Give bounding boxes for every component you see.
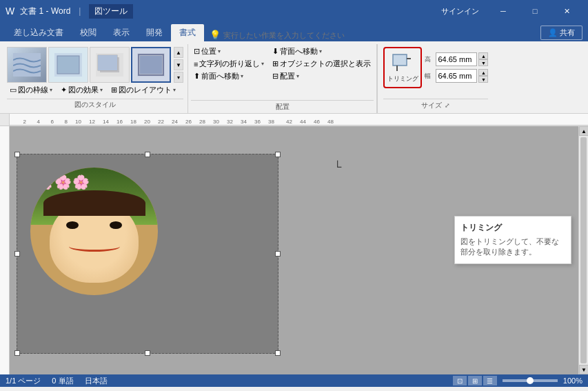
title-bar-right: サインイン ─ □ ✕: [436, 0, 582, 22]
figure-style-thumbnails: [7, 47, 171, 83]
handle-middle-left[interactable]: [14, 251, 20, 257]
style-2-icon: [54, 52, 82, 77]
effect-icon: ✦: [61, 86, 67, 94]
size-label: サイズ ⤢: [383, 99, 488, 110]
close-button[interactable]: ✕: [551, 0, 582, 22]
effect-btn[interactable]: ✦ 図の効果 ▾: [58, 84, 105, 96]
tooltip: トリミング 図をトリミングして、不要な部分を取り除きます。: [454, 216, 571, 264]
zoom-level: 100%: [563, 377, 582, 385]
tab-format[interactable]: 書式: [171, 24, 204, 41]
ruler-corner: [0, 114, 10, 126]
wrap-text-btn[interactable]: ≡ 文字列の折り返し ▾: [191, 58, 267, 70]
border-btn[interactable]: ▭ 図の枠線 ▾: [7, 84, 55, 96]
document-image-container[interactable]: 🌸🌸🌸: [17, 154, 278, 354]
trim-button[interactable]: トリミング: [383, 47, 422, 88]
align-chevron: ▾: [296, 73, 299, 79]
arrange-col-1: ⊡ 位置 ▾ ≡ 文字列の折り返し ▾ ⬆ 前面へ移動 ▾: [191, 46, 267, 100]
wrap-icon: ≡: [194, 60, 198, 68]
height-spinner: ▲ ▼: [478, 52, 488, 66]
handle-middle-right[interactable]: [275, 251, 281, 257]
bring-forward-btn[interactable]: ⬆ 前面へ移動 ▾: [191, 70, 267, 82]
status-bar: 1/1 ページ 0 単語 日本語 ⊡ ⊞ ☰ 100%: [0, 374, 588, 387]
title-bar: W 文書 1 - Word | 図ツール サインイン ─ □ ✕: [0, 0, 588, 22]
align-icon: ⊟: [272, 72, 278, 81]
document-title: 文書 1 - Word: [20, 6, 70, 17]
wrap-chevron: ▾: [261, 61, 264, 67]
arrange-col-2: ⬇ 背面へ移動 ▾ ⊞ オブジェクトの選択と表示 ⊟ 配置 ▾: [270, 46, 374, 100]
main-area: 🌸🌸🌸: [0, 126, 588, 374]
figure-style-2[interactable]: [48, 47, 88, 83]
vertical-ruler: [0, 126, 10, 374]
size-expand-icon[interactable]: ⤢: [445, 102, 450, 109]
scroll-up-arrow[interactable]: ▲: [579, 126, 588, 136]
selection-handles: [17, 154, 278, 354]
search-input[interactable]: [223, 31, 535, 39]
handle-bottom-left[interactable]: [14, 350, 20, 356]
align-btn[interactable]: ⊟ 配置 ▾: [270, 70, 374, 82]
tab-view[interactable]: 表示: [105, 24, 138, 41]
position-icon: ⊡: [194, 47, 200, 56]
restore-button[interactable]: □: [519, 0, 551, 22]
send-backward-btn[interactable]: ⬇ 背面へ移動 ▾: [270, 46, 374, 57]
crop-icon-svg: [392, 53, 414, 74]
handle-top-left[interactable]: [14, 152, 20, 157]
style-scroll-more[interactable]: ▾: [174, 72, 183, 83]
horizontal-ruler: 2 4 6 8 10 12 14 16 18 20 22 24 26 28 30…: [10, 114, 588, 126]
width-label: 幅: [425, 72, 434, 81]
scroll-down-arrow[interactable]: ▼: [579, 365, 588, 374]
height-down[interactable]: ▼: [478, 59, 488, 66]
tab-mailmerge[interactable]: 差し込み文書: [6, 24, 72, 41]
border-chevron: ▾: [50, 87, 52, 93]
ribbon-tabs: 差し込み文書 校閲 表示 開発 書式 💡 👤 共有: [0, 22, 588, 41]
share-icon: 👤: [548, 28, 558, 37]
scroll-thumb[interactable]: [580, 137, 587, 363]
tooltip-title: トリミング: [460, 222, 565, 234]
width-down[interactable]: ▼: [478, 76, 488, 83]
handle-bottom-right[interactable]: [275, 350, 281, 356]
style-scroll: ▲ ▼ ▾: [174, 47, 183, 83]
language: 日本語: [85, 376, 108, 386]
zoom-thumb[interactable]: [527, 377, 534, 384]
figure-style-3[interactable]: [90, 47, 130, 83]
handle-top-center[interactable]: [145, 152, 150, 157]
width-up[interactable]: ▲: [478, 69, 488, 76]
handle-top-right[interactable]: [275, 152, 281, 157]
arrange-section: ⊡ 位置 ▾ ≡ 文字列の折り返し ▾ ⬆ 前面へ移動 ▾ ⬇: [188, 44, 377, 113]
read-view-btn[interactable]: ☰: [483, 376, 497, 385]
share-button[interactable]: 👤 共有: [540, 26, 582, 40]
svg-rect-9: [140, 56, 162, 74]
layout-btn[interactable]: ⊞ 図のレイアウト ▾: [108, 84, 179, 96]
height-up[interactable]: ▲: [478, 52, 488, 59]
height-label: 高: [425, 55, 434, 64]
position-btn[interactable]: ⊡ 位置 ▾: [191, 46, 267, 57]
position-chevron: ▾: [218, 48, 221, 54]
layout-chevron: ▾: [173, 87, 176, 93]
send-backward-chevron: ▾: [319, 48, 322, 54]
bring-forward-chevron: ▾: [241, 73, 243, 79]
minimize-button[interactable]: ─: [487, 0, 519, 22]
zoom-slider[interactable]: [503, 379, 558, 382]
trim-label: トリミング: [387, 74, 418, 83]
size-section: トリミング 高 ▲ ▼ 幅 ▲ ▼: [377, 44, 494, 113]
style-scroll-up[interactable]: ▲: [174, 47, 183, 58]
style-4-icon: [137, 52, 165, 77]
height-input[interactable]: [436, 52, 477, 66]
figure-style-4[interactable]: [131, 47, 171, 83]
width-input[interactable]: [436, 69, 477, 83]
handle-bottom-center[interactable]: [145, 350, 150, 356]
ribbon-toolbar: ▲ ▼ ▾ ▭ 図の枠線 ▾ ✦ 図の効果 ▾ ⊞ 図のレイアウ: [0, 41, 588, 114]
page-cursor: └: [334, 161, 341, 173]
print-view-btn[interactable]: ⊡: [453, 376, 467, 385]
tab-developer[interactable]: 開発: [138, 24, 171, 41]
select-object-btn[interactable]: ⊞ オブジェクトの選択と表示: [270, 58, 374, 70]
title-bar-left: W 文書 1 - Word | 図ツール: [6, 4, 133, 19]
view-buttons: ⊡ ⊞ ☰: [453, 376, 497, 385]
sign-in-button[interactable]: サインイン: [436, 5, 485, 18]
web-view-btn[interactable]: ⊞: [468, 376, 482, 385]
style-scroll-down[interactable]: ▼: [174, 59, 183, 70]
size-inputs: 高 ▲ ▼ 幅 ▲ ▼: [425, 47, 488, 88]
width-row: 幅 ▲ ▼: [425, 69, 488, 83]
figure-style-1[interactable]: [7, 47, 47, 83]
window-controls: ─ □ ✕: [487, 0, 582, 22]
tab-review[interactable]: 校閲: [72, 24, 105, 41]
